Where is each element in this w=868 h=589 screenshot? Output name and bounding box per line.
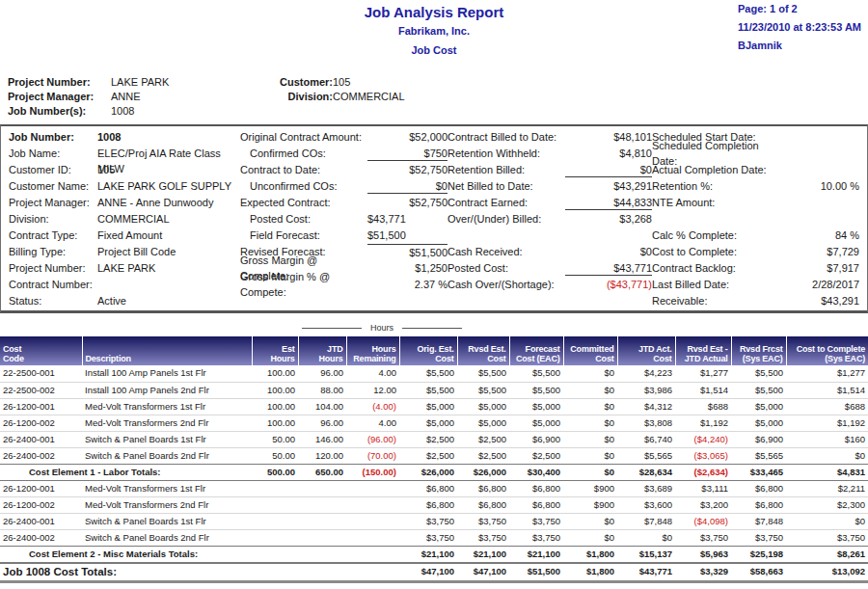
detail-row: Contract Type:Fixed Amount: [9, 227, 240, 243]
detail-value: [777, 162, 859, 177]
detail-value: $43,291: [565, 178, 652, 194]
cost-code: 26-1200-002: [0, 415, 82, 431]
page-meta: Page: 1 of 2 11/23/2010 at 8:23:53 AM BJ…: [738, 3, 861, 58]
detail-label: Contract Backlog:: [652, 260, 777, 276]
orig-est-cost: $5,500: [399, 365, 457, 382]
forecast-cost-eac: $5,500: [509, 365, 563, 382]
rvsd-est-jtd-actual: $1,192: [675, 415, 731, 431]
committed-cost: $0: [563, 415, 617, 431]
detail-label: Posted Cost:: [240, 211, 367, 227]
detail-label: Confirmed COs:: [240, 146, 367, 161]
cost-to-complete-sys-eac: $1,192: [786, 415, 868, 431]
table-row: 26-1200-002Med-Volt Transformers 2nd Flr…: [0, 496, 868, 513]
jtd-act-cost: $28,634: [617, 464, 675, 480]
total-row-label: Cost Element 1 - Labor Totals:: [0, 464, 252, 480]
detail-value: ($43,771): [565, 277, 652, 292]
filter-column-right: Customer:105Division:COMMERCIAL: [275, 75, 405, 119]
est-hours: [252, 480, 298, 496]
detail-label: Retention %:: [652, 178, 777, 194]
detail-value: [777, 146, 859, 161]
rvsd-frcst-sys-eac: $33,465: [731, 464, 786, 480]
detail-row: Gross Margin % @ Compete:2.37 %: [240, 276, 448, 292]
detail-value: $48,101: [565, 129, 652, 145]
committed-cost: $0: [563, 365, 617, 382]
detail-value: $51,500: [367, 244, 448, 259]
jtd-hours: 96.00: [298, 415, 346, 431]
col-header-rvsd-frcst-sys-eac: Rvsd Frcst (Sys EAC): [731, 336, 786, 365]
jtd-hours: 146.00: [298, 431, 346, 447]
cost-to-complete-sys-eac: $160: [786, 431, 868, 447]
filter-row: Division:COMMERCIAL: [275, 90, 405, 104]
hours-remaining: 4.00: [346, 415, 399, 431]
rvsd-est-jtd-actual: $688: [675, 398, 731, 415]
subtotal-row: Cost Element 1 - Labor Totals:500.00650.…: [0, 464, 868, 480]
detail-value: $52,000: [367, 129, 448, 145]
rvsd-est-jtd-actual: $5,963: [675, 546, 731, 563]
detail-label: Contract to Date:: [240, 162, 367, 177]
jtd-hours: [298, 546, 346, 563]
rvsd-est-jtd-actual: $1,277: [675, 365, 731, 382]
committed-cost: $0: [563, 447, 617, 464]
rvsd-est-jtd-actual: $3,329: [675, 563, 731, 582]
jtd-hours: 104.00: [298, 398, 346, 415]
jtd-act-cost: $43,771: [617, 563, 675, 582]
orig-est-cost: $3,750: [399, 529, 457, 546]
cost-to-complete-sys-eac: $0: [786, 447, 868, 464]
committed-cost: $0: [563, 464, 617, 480]
cost-code: 22-2500-001: [0, 365, 82, 382]
rvsd-frcst-sys-eac: $5,000: [731, 398, 786, 415]
rvsd-est-cost: $2,500: [457, 447, 509, 464]
detail-row: Original Contract Amount:$52,000: [240, 128, 448, 145]
rvsd-frcst-sys-eac: $25,198: [731, 546, 786, 563]
detail-value: $0: [565, 244, 652, 259]
forecast-cost-eac: $51,500: [509, 563, 563, 582]
orig-est-cost: $2,500: [399, 431, 457, 447]
details-column-job-info: Job Number:1008Job Name:ELEC/Proj AIA Ra…: [9, 128, 240, 308]
orig-est-cost: $26,000: [399, 464, 457, 480]
detail-value: $7,729: [777, 244, 859, 259]
rvsd-est-cost: $2,500: [457, 431, 509, 447]
rvsd-est-cost: $3,750: [457, 513, 509, 529]
table-row: 26-2400-002Switch & Panel Boards 2nd Flr…: [0, 529, 868, 546]
detail-row: Posted Cost:$43,771: [448, 259, 652, 276]
rvsd-frcst-sys-eac: $5,500: [731, 382, 786, 398]
committed-cost: $0: [563, 529, 617, 546]
detail-label: Retention Withheld:: [448, 146, 565, 161]
filter-label: Division:: [275, 90, 333, 104]
detail-value: Active: [97, 293, 240, 308]
detail-label: Project Manager:: [9, 195, 97, 210]
description: Switch & Panel Boards 1st Flr: [82, 513, 252, 529]
detail-value: $43,771: [565, 260, 652, 276]
orig-est-cost: $6,800: [399, 496, 457, 513]
rvsd-est-jtd-actual: $3,200: [675, 496, 731, 513]
committed-cost: $0: [563, 513, 617, 529]
rvsd-est-cost: $6,800: [457, 480, 509, 496]
jtd-act-cost: $15,137: [617, 546, 675, 563]
detail-row: Contract to Date:$52,750: [240, 161, 448, 177]
detail-value: ANNE - Anne Dunwoody: [97, 195, 240, 210]
detail-label: Original Contract Amount:: [240, 129, 367, 145]
detail-value: [97, 277, 240, 292]
detail-label: Project Number:: [9, 260, 97, 276]
filter-label: Customer:: [275, 75, 333, 90]
detail-label: Contract Number:: [9, 277, 97, 292]
jtd-act-cost: $7,848: [617, 513, 675, 529]
detail-value: $3,268: [565, 211, 652, 227]
rvsd-est-cost: $5,500: [457, 382, 509, 398]
detail-value: $7,917: [777, 260, 859, 276]
detail-label: Contract Earned:: [448, 195, 565, 210]
detail-row: [652, 210, 859, 227]
detail-label: Unconfirmed COs:: [240, 178, 367, 194]
detail-row: Cash Over/(Shortage):($43,771): [448, 276, 652, 292]
rvsd-frcst-sys-eac: $3,750: [731, 529, 786, 546]
detail-row: Last Billed Date:2/28/2017: [652, 276, 859, 292]
detail-label: Over/(Under) Billed:: [448, 211, 565, 227]
cost-to-complete-sys-eac: $2,211: [786, 480, 868, 496]
jtd-hours: [298, 480, 346, 496]
detail-row: [448, 227, 652, 243]
details-column-contract-amounts: Original Contract Amount:$52,000Confirme…: [240, 128, 448, 308]
rvsd-est-jtd-actual: $1,514: [675, 382, 731, 398]
subtotal-row: Cost Element 2 - Misc Materials Totals:$…: [0, 546, 868, 563]
detail-row: Status:Active: [9, 292, 240, 308]
col-header-orig-est-cost: Orig. Est. Cost: [399, 336, 457, 365]
